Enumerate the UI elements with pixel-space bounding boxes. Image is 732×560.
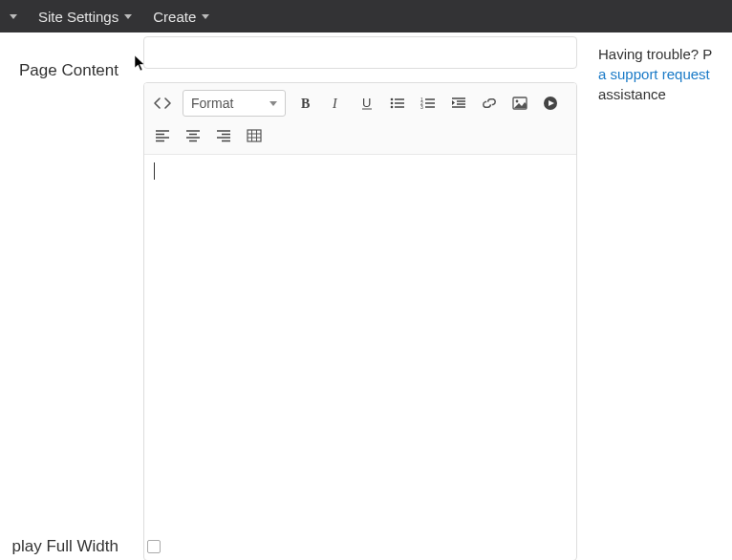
align-center-button[interactable] [183, 125, 204, 146]
chevron-down-icon [202, 14, 209, 19]
format-select-label: Format [191, 96, 233, 111]
chevron-down-icon [269, 101, 277, 106]
help-line-2: assistance [598, 86, 666, 102]
page-content-label: Page Content [0, 61, 118, 80]
svg-text:I: I [332, 97, 338, 110]
support-request-link[interactable]: a support request [598, 66, 710, 82]
align-right-button[interactable] [213, 125, 234, 146]
help-sidebar: Having trouble? P a support request assi… [589, 38, 732, 560]
source-code-button[interactable] [152, 93, 173, 114]
help-line-1: Having trouble? P [598, 46, 712, 62]
underline-button[interactable]: U [356, 93, 377, 114]
toolbar-row-1: Format B I U 123 [152, 89, 569, 118]
nav-site-settings[interactable]: Site Settings [38, 9, 132, 25]
indent-button[interactable] [448, 93, 469, 114]
align-left-button[interactable] [152, 125, 173, 146]
svg-text:U: U [362, 97, 371, 110]
svg-point-4 [391, 98, 394, 101]
nav-create-label: Create [153, 9, 196, 25]
svg-point-22 [516, 100, 519, 103]
middle-column: Format B I U 123 [143, 38, 589, 560]
title-field[interactable] [143, 36, 577, 69]
format-select[interactable]: Format [183, 90, 286, 117]
text-caret [154, 162, 155, 180]
editor-content-area[interactable] [144, 155, 576, 560]
nav-site-settings-label: Site Settings [38, 9, 118, 25]
svg-text:B: B [301, 97, 310, 110]
full-width-row: play Full Width [0, 537, 732, 556]
bullet-list-button[interactable] [387, 93, 408, 114]
nav-menu-prev[interactable] [10, 14, 17, 19]
full-width-checkbox[interactable] [147, 540, 161, 553]
svg-rect-37 [248, 130, 261, 141]
chevron-down-icon [124, 14, 132, 19]
svg-point-8 [391, 106, 394, 109]
media-button[interactable] [540, 93, 561, 114]
full-width-label: play Full Width [12, 537, 118, 555]
topbar: Site Settings Create [0, 0, 732, 32]
rich-text-editor: Format B I U 123 [143, 82, 577, 560]
svg-point-6 [391, 102, 394, 105]
editor-toolbar: Format B I U 123 [144, 83, 576, 155]
content-grid: Page Content Format B I [0, 32, 732, 560]
link-button[interactable] [479, 93, 500, 114]
svg-marker-20 [452, 100, 455, 105]
bold-button[interactable]: B [295, 93, 316, 114]
table-button[interactable] [244, 125, 265, 146]
image-button[interactable] [509, 93, 530, 114]
toolbar-row-2 [152, 121, 569, 150]
italic-button[interactable]: I [326, 93, 347, 114]
svg-text:3: 3 [420, 104, 423, 110]
numbered-list-button[interactable]: 123 [418, 93, 439, 114]
left-column: Page Content [0, 38, 143, 560]
nav-create[interactable]: Create [153, 9, 209, 25]
chevron-down-icon [10, 14, 17, 19]
